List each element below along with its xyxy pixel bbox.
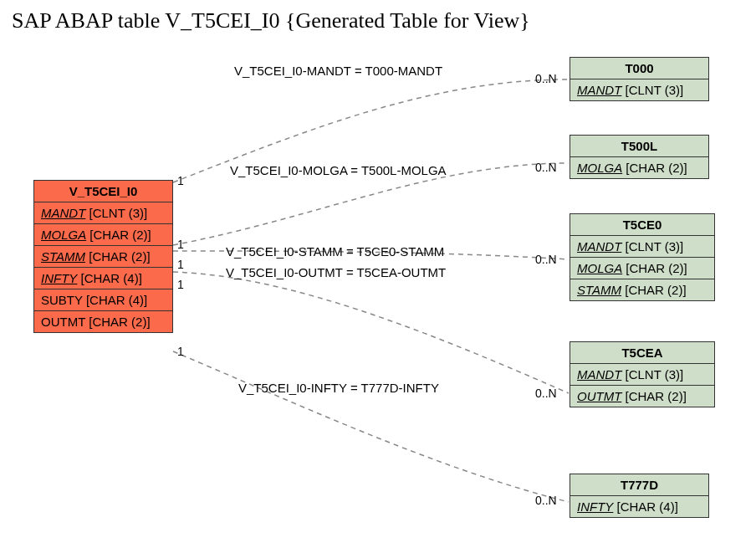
relation-label: V_T5CEI_I0-MANDT = T000-MANDT: [234, 64, 442, 78]
entity-t5cea-field: MANDT [CLNT (3)]: [570, 364, 714, 386]
entity-main-field: STAMM [CHAR (2)]: [34, 246, 172, 268]
cardinality-from: 1: [177, 278, 184, 291]
cardinality-from: 1: [177, 238, 184, 251]
cardinality-from: 1: [177, 174, 184, 187]
relation-label: V_T5CEI_I0-INFTY = T777D-INFTY: [238, 381, 439, 395]
entity-main-field: SUBTY [CHAR (4)]: [34, 289, 172, 311]
entity-t777d-header: T777D: [570, 474, 708, 496]
entity-t5ce0-field: MANDT [CLNT (3)]: [570, 236, 714, 258]
cardinality-from: 1: [177, 258, 184, 271]
entity-main-field: OUTMT [CHAR (2)]: [34, 311, 172, 332]
entity-t5cea-header: T5CEA: [570, 342, 714, 364]
entity-main-field: MANDT [CLNT (3)]: [34, 202, 172, 224]
relation-label: V_T5CEI_I0-OUTMT = T5CEA-OUTMT: [226, 265, 446, 279]
entity-main-header: V_T5CEI_I0: [34, 181, 172, 202]
entity-t500l: T500L MOLGA [CHAR (2)]: [570, 135, 709, 179]
relation-label: V_T5CEI_I0-STAMM = T5CE0-STAMM: [226, 244, 444, 259]
entity-main-field: MOLGA [CHAR (2)]: [34, 224, 172, 246]
cardinality-to: 0..N: [535, 253, 557, 266]
entity-t500l-field: MOLGA [CHAR (2)]: [570, 157, 708, 178]
entity-t777d: T777D INFTY [CHAR (4)]: [570, 474, 709, 518]
relation-label: V_T5CEI_I0-MOLGA = T500L-MOLGA: [230, 163, 447, 177]
entity-t000-header: T000: [570, 58, 708, 79]
entity-t5ce0-field: MOLGA [CHAR (2)]: [570, 258, 714, 279]
entity-t777d-field: INFTY [CHAR (4)]: [570, 496, 708, 517]
entity-t000: T000 MANDT [CLNT (3)]: [570, 57, 709, 101]
cardinality-to: 0..N: [535, 72, 557, 85]
entity-t5ce0-header: T5CE0: [570, 214, 714, 236]
entity-t000-field: MANDT [CLNT (3)]: [570, 79, 708, 100]
entity-t5cea: T5CEA MANDT [CLNT (3)] OUTMT [CHAR (2)]: [570, 341, 715, 407]
entity-main-field: INFTY [CHAR (4)]: [34, 268, 172, 289]
cardinality-to: 0..N: [535, 387, 557, 400]
entity-t500l-header: T500L: [570, 136, 708, 157]
cardinality-to: 0..N: [535, 494, 557, 507]
entity-t5cea-field: OUTMT [CHAR (2)]: [570, 386, 714, 407]
entity-main: V_T5CEI_I0 MANDT [CLNT (3)] MOLGA [CHAR …: [33, 180, 173, 333]
cardinality-to: 0..N: [535, 161, 557, 174]
entity-t5ce0: T5CE0 MANDT [CLNT (3)] MOLGA [CHAR (2)] …: [570, 213, 715, 301]
cardinality-from: 1: [177, 345, 184, 358]
page-title: SAP ABAP table V_T5CEI_I0 {Generated Tab…: [12, 8, 530, 33]
entity-t5ce0-field: STAMM [CHAR (2)]: [570, 279, 714, 300]
